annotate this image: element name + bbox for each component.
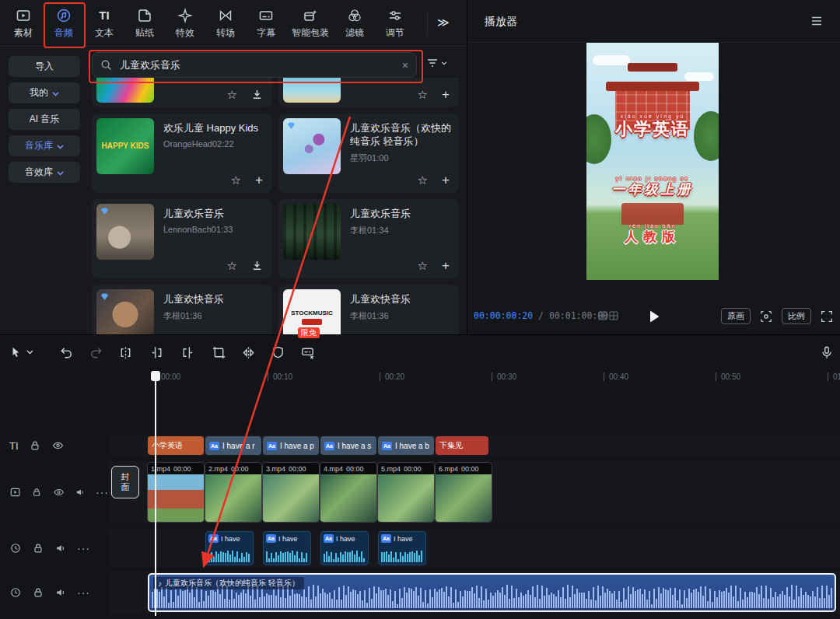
lock-icon[interactable] bbox=[32, 542, 44, 554]
crop-icon[interactable] bbox=[212, 345, 226, 360]
music-card[interactable]: 儿童欢乐音乐 LennonBach01:33 ☆ bbox=[92, 199, 272, 278]
tab-smart-package[interactable]: 智能包装 bbox=[286, 7, 334, 40]
split-icon[interactable] bbox=[118, 345, 133, 360]
download-icon[interactable] bbox=[251, 89, 263, 100]
text-clip[interactable]: 下集见 bbox=[436, 436, 488, 455]
chevron-down-icon[interactable] bbox=[26, 350, 33, 355]
player-menu-icon[interactable] bbox=[810, 16, 823, 26]
video-clip[interactable]: 6.mp400:00 bbox=[436, 463, 492, 522]
timeline-ruler[interactable]: 00:0000:1000:2000:3000:4000:5001:00 bbox=[0, 371, 840, 383]
more-options-icon[interactable]: ··· bbox=[77, 542, 90, 554]
redo-icon[interactable] bbox=[89, 345, 103, 360]
search-bar[interactable]: × bbox=[92, 52, 417, 78]
tts-audio-clip[interactable]: AaI have bbox=[378, 531, 426, 565]
add-icon[interactable]: + bbox=[442, 174, 450, 186]
favorite-icon[interactable]: ☆ bbox=[227, 260, 237, 271]
clear-search-icon[interactable]: × bbox=[402, 59, 408, 72]
favorite-icon[interactable]: ☆ bbox=[231, 174, 241, 186]
fullscreen-icon[interactable] bbox=[820, 310, 834, 323]
more-options-icon[interactable]: ··· bbox=[77, 586, 90, 599]
music-title: 儿童欢乐音乐 bbox=[163, 207, 266, 220]
cover-button[interactable]: 封面 bbox=[111, 466, 139, 498]
music-card[interactable]: HAPPY KIDS 欢乐儿童 Happy Kids OrangeHead02:… bbox=[92, 114, 272, 193]
favorite-icon[interactable]: ☆ bbox=[227, 89, 237, 100]
tab-sticker[interactable]: 贴纸 bbox=[124, 7, 165, 40]
trim-left-icon[interactable] bbox=[149, 345, 164, 360]
text-clip[interactable]: AaI have a r bbox=[205, 436, 261, 455]
cloud-shape bbox=[593, 55, 630, 65]
tab-media[interactable]: 素材 bbox=[3, 7, 44, 40]
preview-subtitle: 一年级上册 bbox=[612, 182, 694, 197]
speaker-icon[interactable] bbox=[54, 542, 67, 554]
video-thumbnail bbox=[205, 474, 261, 522]
music-thumbnail bbox=[96, 289, 154, 334]
video-clip[interactable]: 2.mp400:00 bbox=[205, 463, 261, 522]
download-icon[interactable] bbox=[251, 260, 263, 271]
focus-frame-icon[interactable] bbox=[759, 310, 773, 323]
tab-transition[interactable]: 转场 bbox=[205, 7, 246, 40]
frame-grid-icon[interactable] bbox=[598, 311, 618, 320]
tts-audio-clip[interactable]: AaI have bbox=[205, 531, 254, 565]
sidebar-item-import[interactable]: 导入 bbox=[9, 56, 80, 77]
undo-icon[interactable] bbox=[59, 345, 74, 360]
text-clip[interactable]: AaI have a s bbox=[320, 436, 376, 455]
collapse-panel-button[interactable]: ≫ bbox=[437, 16, 448, 30]
text-clip[interactable]: AaI have a p bbox=[263, 436, 319, 455]
video-clip[interactable]: 3.mp400:00 bbox=[263, 463, 319, 522]
music-thumbnail bbox=[96, 204, 154, 260]
eye-icon[interactable] bbox=[53, 486, 65, 498]
tab-text[interactable]: TI 文本 bbox=[84, 7, 124, 40]
add-icon[interactable]: + bbox=[442, 260, 450, 271]
add-icon[interactable]: + bbox=[442, 89, 450, 100]
sidebar-item-music-library[interactable]: 音乐库 bbox=[9, 135, 80, 156]
tts-audio-clip[interactable]: AaI have bbox=[263, 531, 311, 565]
music-card[interactable]: 儿童欢乐音乐 李根01:34 ☆ + bbox=[278, 199, 459, 278]
lock-icon[interactable] bbox=[31, 486, 42, 498]
tab-captions[interactable]: 字幕 bbox=[246, 7, 286, 40]
timeline-panel: 限免 00:0000:1000:2000:3000:4000:5001:00 T… bbox=[0, 334, 840, 619]
speaker-icon[interactable] bbox=[54, 586, 67, 599]
music-title: 儿童欢乐音乐（欢快的纯音乐 轻音乐） bbox=[350, 121, 453, 148]
select-tool-icon[interactable] bbox=[9, 345, 23, 360]
video-preview[interactable]: xiǎo xué yīng yǔ 小学英语 yī nián jí shàng c… bbox=[586, 43, 719, 280]
playhead-handle[interactable] bbox=[151, 371, 160, 381]
video-clip[interactable]: 4.mp400:00 bbox=[320, 463, 376, 522]
trim-right-icon[interactable] bbox=[180, 345, 195, 360]
video-clip[interactable]: 5.mp400:00 bbox=[378, 463, 434, 522]
search-input[interactable] bbox=[118, 58, 402, 72]
favorite-icon[interactable]: ☆ bbox=[418, 260, 428, 271]
text-clip[interactable]: AaI have a b bbox=[378, 436, 434, 455]
sidebar-item-sound-effects[interactable]: 音效库 bbox=[9, 162, 80, 183]
eye-icon[interactable] bbox=[51, 439, 65, 452]
tab-filter[interactable]: 滤镜 bbox=[334, 7, 375, 40]
lock-icon[interactable] bbox=[29, 439, 41, 452]
tts-audio-clip[interactable]: AaI have bbox=[320, 531, 369, 565]
original-quality-button[interactable]: 原画 bbox=[721, 308, 751, 324]
music-card[interactable]: 儿童欢快音乐 李根01:36 bbox=[92, 285, 272, 334]
playhead[interactable] bbox=[155, 371, 156, 616]
play-button[interactable] bbox=[647, 309, 661, 324]
add-icon[interactable]: + bbox=[255, 174, 263, 186]
sidebar-item-ai-music[interactable]: AI 音乐 bbox=[9, 109, 80, 130]
tab-effects[interactable]: 特效 bbox=[165, 7, 205, 40]
lock-icon[interactable] bbox=[32, 586, 44, 599]
microphone-icon[interactable] bbox=[820, 344, 834, 360]
music-card-partial[interactable]: ☆ + bbox=[278, 78, 459, 107]
video-thumbnail bbox=[436, 474, 492, 522]
tab-audio[interactable]: 音频 bbox=[44, 7, 84, 40]
building-roof bbox=[628, 63, 677, 72]
ratio-button[interactable]: 比例 bbox=[782, 308, 811, 324]
mirror-icon[interactable] bbox=[241, 345, 256, 360]
favorite-icon[interactable]: ☆ bbox=[418, 174, 428, 186]
sidebar-item-mine[interactable]: 我的 bbox=[9, 82, 80, 103]
music-clip[interactable]: ♪儿童欢乐音乐（欢快的纯音乐 轻音乐） bbox=[148, 573, 836, 612]
sort-filter-button[interactable] bbox=[426, 58, 447, 68]
tab-adjust[interactable]: 调节 bbox=[375, 7, 415, 40]
music-card-partial[interactable]: ☆ bbox=[92, 78, 272, 107]
music-card[interactable]: 儿童欢乐音乐（欢快的纯音乐 轻音乐） 星羽01:00 ☆ + bbox=[278, 114, 459, 193]
speaker-icon[interactable] bbox=[75, 486, 86, 498]
more-options-icon[interactable]: ··· bbox=[96, 486, 109, 498]
favorite-icon[interactable]: ☆ bbox=[418, 89, 428, 100]
caption-batch-icon[interactable] bbox=[300, 345, 316, 360]
mask-icon[interactable] bbox=[271, 345, 285, 360]
